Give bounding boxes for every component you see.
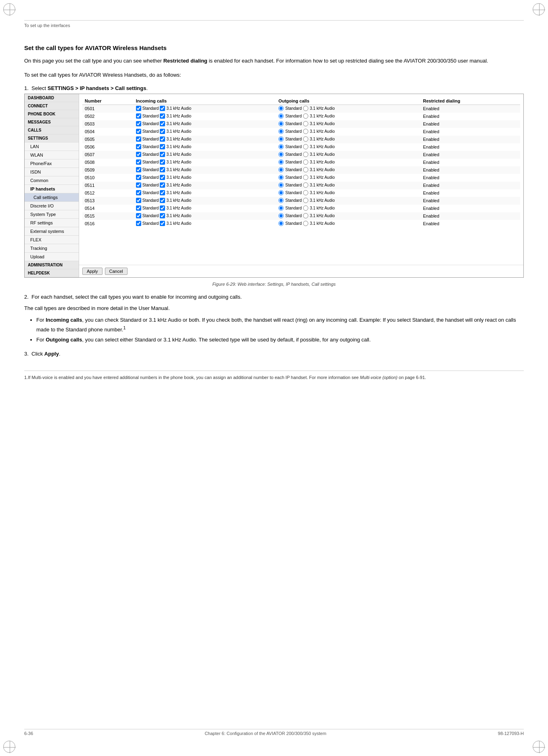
sidebar-item-discrete-i/o[interactable]: Discrete I/O <box>25 202 79 210</box>
cell-number: 0513 <box>82 197 134 205</box>
step-1: 1. Select SETTINGS > IP handsets > Call … <box>24 85 524 287</box>
corner-decoration-tl <box>3 3 15 15</box>
table-row: 0506 Standard 3.1 kHz Audio Standard 3.1… <box>82 143 520 151</box>
corner-decoration-br <box>533 741 545 753</box>
cell-outgoing[interactable]: Standard 3.1 kHz Audio <box>276 197 420 205</box>
footnote-text: 1.If Multi-voice is enabled and you have… <box>24 374 524 381</box>
cell-outgoing[interactable]: Standard 3.1 kHz Audio <box>276 113 420 120</box>
page-footer: 6-36 Chapter 6: Configuration of the AVI… <box>24 729 524 736</box>
sidebar-item-common[interactable]: Common <box>25 176 79 185</box>
cell-incoming[interactable]: Standard 3.1 kHz Audio <box>134 159 276 166</box>
cell-incoming[interactable]: Standard 3.1 kHz Audio <box>134 128 276 136</box>
main-content: Set the call types for AVIATOR Wireless … <box>24 44 524 708</box>
cell-incoming[interactable]: Standard 3.1 kHz Audio <box>134 113 276 120</box>
cell-outgoing[interactable]: Standard 3.1 kHz Audio <box>276 151 420 159</box>
cell-number: 0507 <box>82 151 134 159</box>
col-incoming: Incoming calls <box>134 97 276 105</box>
cell-incoming[interactable]: Standard 3.1 kHz Audio <box>134 166 276 174</box>
section-title: Set the call types for AVIATOR Wireless … <box>24 44 524 51</box>
page-header-text: To set up the interfaces <box>24 23 70 28</box>
cell-incoming[interactable]: Standard 3.1 kHz Audio <box>134 151 276 159</box>
cell-incoming[interactable]: Standard 3.1 kHz Audio <box>134 182 276 189</box>
call-settings-table: Number Incoming calls Outgoing calls Res… <box>82 97 520 228</box>
sidebar-item-upload[interactable]: Upload <box>25 253 79 261</box>
bullet-1: For Incoming calls, you can check Standa… <box>36 316 524 334</box>
sidebar-item-external-systems[interactable]: External systems <box>25 227 79 236</box>
cell-outgoing[interactable]: Standard 3.1 kHz Audio <box>276 128 420 136</box>
cell-number: 0505 <box>82 136 134 143</box>
screenshot-box: DASHBOARDCONNECTPHONE BOOKMESSAGESCALLSS… <box>24 94 524 278</box>
cell-outgoing[interactable]: Standard 3.1 kHz Audio <box>276 212 420 220</box>
cell-outgoing[interactable]: Standard 3.1 kHz Audio <box>276 205 420 212</box>
table-row: 0512 Standard 3.1 kHz Audio Standard 3.1… <box>82 189 520 197</box>
sidebar-item-lan[interactable]: LAN <box>25 142 79 151</box>
sidebar-item-call-settings[interactable]: Call settings <box>25 193 79 202</box>
table-row: 0513 Standard 3.1 kHz Audio Standard 3.1… <box>82 197 520 205</box>
sidebar-item-messages[interactable]: MESSAGES <box>25 118 79 126</box>
bullet-list: For Incoming calls, you can check Standa… <box>36 316 524 344</box>
cell-number: 0514 <box>82 205 134 212</box>
screenshot-sidebar: DASHBOARDCONNECTPHONE BOOKMESSAGESCALLSS… <box>25 94 79 277</box>
table-row: 0505 Standard 3.1 kHz Audio Standard 3.1… <box>82 136 520 143</box>
cell-restricted: Enabled <box>420 143 520 151</box>
sidebar-item-system-type[interactable]: System Type <box>25 210 79 219</box>
cell-incoming[interactable]: Standard 3.1 kHz Audio <box>134 120 276 128</box>
cell-outgoing[interactable]: Standard 3.1 kHz Audio <box>276 120 420 128</box>
sidebar-item-administration[interactable]: ADMINISTRATION <box>25 261 79 269</box>
table-row: 0509 Standard 3.1 kHz Audio Standard 3.1… <box>82 166 520 174</box>
table-row: 0514 Standard 3.1 kHz Audio Standard 3.1… <box>82 205 520 212</box>
bullet-2: For Outgoing calls, you can select eithe… <box>36 336 524 344</box>
sidebar-item-flex[interactable]: FLEX <box>25 236 79 244</box>
cell-incoming[interactable]: Standard 3.1 kHz Audio <box>134 212 276 220</box>
cell-incoming[interactable]: Standard 3.1 kHz Audio <box>134 189 276 197</box>
cell-number: 0501 <box>82 105 134 113</box>
sidebar-item-settings[interactable]: SETTINGS <box>25 134 79 142</box>
sidebar-item-tracking[interactable]: Tracking <box>25 244 79 253</box>
footer-center: Chapter 6: Configuration of the AVIATOR … <box>205 731 326 736</box>
footer-right: 98-127093-H <box>498 731 524 736</box>
fig-caption: Figure 6-29: Web interface: Settings, IP… <box>24 282 524 287</box>
cell-incoming[interactable]: Standard 3.1 kHz Audio <box>134 197 276 205</box>
sidebar-item-isdn[interactable]: ISDN <box>25 168 79 176</box>
sidebar-item-dashboard[interactable]: DASHBOARD <box>25 94 79 102</box>
cell-restricted: Enabled <box>420 113 520 120</box>
table-row: 0508 Standard 3.1 kHz Audio Standard 3.1… <box>82 159 520 166</box>
cell-restricted: Enabled <box>420 212 520 220</box>
cell-outgoing[interactable]: Standard 3.1 kHz Audio <box>276 136 420 143</box>
sidebar-item-connect[interactable]: CONNECT <box>25 102 79 110</box>
step-3-text: 3. Click Apply. <box>24 350 524 358</box>
cell-outgoing[interactable]: Standard 3.1 kHz Audio <box>276 105 420 113</box>
page-header: To set up the interfaces <box>24 20 524 28</box>
sidebar-item-phone/fax[interactable]: Phone/Fax <box>25 159 79 168</box>
cell-outgoing[interactable]: Standard 3.1 kHz Audio <box>276 143 420 151</box>
cancel-button[interactable]: Cancel <box>105 268 128 275</box>
cell-restricted: Enabled <box>420 174 520 182</box>
cell-outgoing[interactable]: Standard 3.1 kHz Audio <box>276 220 420 228</box>
cell-incoming[interactable]: Standard 3.1 kHz Audio <box>134 220 276 228</box>
cell-incoming[interactable]: Standard 3.1 kHz Audio <box>134 205 276 212</box>
cell-restricted: Enabled <box>420 189 520 197</box>
cell-outgoing[interactable]: Standard 3.1 kHz Audio <box>276 166 420 174</box>
cell-restricted: Enabled <box>420 182 520 189</box>
sidebar-item-rf-settings[interactable]: RF settings <box>25 219 79 227</box>
settings-content-panel: Number Incoming calls Outgoing calls Res… <box>79 94 523 265</box>
cell-number: 0510 <box>82 174 134 182</box>
cell-incoming[interactable]: Standard 3.1 kHz Audio <box>134 143 276 151</box>
cell-outgoing[interactable]: Standard 3.1 kHz Audio <box>276 189 420 197</box>
apply-button[interactable]: Apply <box>82 268 102 275</box>
col-outgoing: Outgoing calls <box>276 97 420 105</box>
sidebar-item-calls[interactable]: CALLS <box>25 126 79 134</box>
cell-number: 0515 <box>82 212 134 220</box>
sidebar-item-wlan[interactable]: WLAN <box>25 151 79 159</box>
cell-outgoing[interactable]: Standard 3.1 kHz Audio <box>276 174 420 182</box>
sidebar-item-helpdesk[interactable]: HELPDESK <box>25 269 79 277</box>
sidebar-item-phone-book[interactable]: PHONE BOOK <box>25 110 79 118</box>
cell-incoming[interactable]: Standard 3.1 kHz Audio <box>134 136 276 143</box>
sidebar-item-ip-handsets[interactable]: IP handsets <box>25 185 79 193</box>
cell-outgoing[interactable]: Standard 3.1 kHz Audio <box>276 182 420 189</box>
cell-outgoing[interactable]: Standard 3.1 kHz Audio <box>276 159 420 166</box>
cell-incoming[interactable]: Standard 3.1 kHz Audio <box>134 174 276 182</box>
cell-incoming[interactable]: Standard 3.1 kHz Audio <box>134 105 276 113</box>
table-row: 0503 Standard 3.1 kHz Audio Standard 3.1… <box>82 120 520 128</box>
cell-restricted: Enabled <box>420 197 520 205</box>
